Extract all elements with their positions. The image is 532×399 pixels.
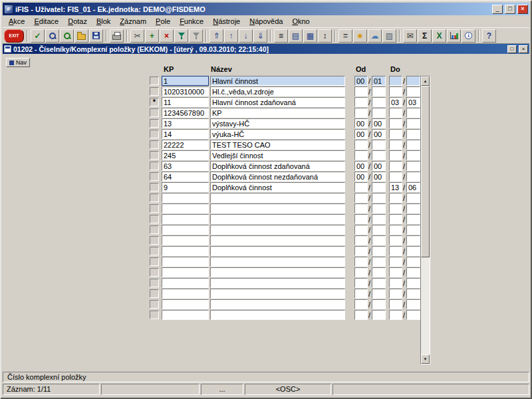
kp-field[interactable] bbox=[162, 76, 209, 86]
do-field-1[interactable] bbox=[389, 182, 402, 192]
do-field-2[interactable] bbox=[406, 214, 420, 224]
do-field-1[interactable] bbox=[389, 246, 402, 256]
do-field-1[interactable] bbox=[389, 278, 402, 288]
exit-button[interactable]: EXIT bbox=[4, 29, 24, 43]
close-button[interactable]: × bbox=[517, 5, 528, 14]
od-field-2[interactable] bbox=[372, 129, 386, 139]
kp-field[interactable] bbox=[162, 193, 209, 203]
do-field-2[interactable] bbox=[406, 108, 420, 118]
od-field-1[interactable] bbox=[354, 86, 368, 96]
sum-button[interactable]: Σ bbox=[418, 29, 432, 43]
od-field-2[interactable] bbox=[372, 193, 386, 203]
od-field-2[interactable] bbox=[372, 310, 386, 320]
do-field-1[interactable] bbox=[389, 193, 402, 203]
do-field-1[interactable] bbox=[389, 76, 402, 86]
od-field-2[interactable] bbox=[372, 182, 386, 192]
do-field-1[interactable] bbox=[389, 257, 402, 267]
kp-field[interactable] bbox=[162, 257, 209, 267]
do-field-2[interactable] bbox=[406, 267, 420, 277]
filter-off-button[interactable] bbox=[189, 29, 203, 43]
od-field-1[interactable] bbox=[354, 129, 368, 139]
previous-record-button[interactable]: ↑ bbox=[224, 29, 238, 43]
insert-record-button[interactable]: + bbox=[145, 29, 159, 43]
od-field-1[interactable] bbox=[354, 108, 368, 118]
nazev-field[interactable] bbox=[210, 140, 345, 150]
sort-button[interactable]: ↕ bbox=[318, 29, 332, 43]
nazev-field[interactable] bbox=[210, 203, 345, 213]
maximize-button[interactable]: □ bbox=[505, 5, 515, 14]
do-field-1[interactable] bbox=[389, 108, 402, 118]
od-field-2[interactable] bbox=[372, 118, 386, 128]
kp-field[interactable] bbox=[162, 203, 209, 213]
kp-field[interactable] bbox=[162, 225, 209, 235]
do-field-1[interactable] bbox=[389, 97, 402, 107]
menu-item-editace[interactable]: Editace bbox=[29, 16, 63, 27]
kp-field[interactable] bbox=[162, 172, 209, 182]
nazev-field[interactable] bbox=[210, 161, 345, 171]
kp-field[interactable] bbox=[162, 299, 209, 309]
od-field-1[interactable] bbox=[354, 278, 368, 288]
od-field-1[interactable] bbox=[354, 203, 368, 213]
od-field-2[interactable] bbox=[372, 150, 386, 160]
nazev-field[interactable] bbox=[210, 108, 345, 118]
enter-query-button[interactable] bbox=[45, 29, 59, 43]
do-field-1[interactable] bbox=[389, 129, 402, 139]
do-field-2[interactable] bbox=[406, 310, 420, 320]
do-field-2[interactable] bbox=[406, 150, 420, 160]
nazev-field[interactable] bbox=[210, 86, 345, 96]
help-button[interactable]: ? bbox=[482, 29, 496, 43]
nazev-field[interactable] bbox=[210, 267, 345, 277]
menu-item-okno[interactable]: Okno bbox=[287, 16, 314, 27]
do-field-1[interactable] bbox=[389, 214, 402, 224]
do-field-1[interactable] bbox=[389, 235, 402, 245]
do-field-2[interactable] bbox=[406, 129, 420, 139]
mail-button[interactable]: ✉ bbox=[403, 29, 417, 43]
scroll-down-button[interactable]: ▼ bbox=[421, 354, 430, 364]
first-record-button[interactable]: ⇑ bbox=[209, 29, 223, 43]
do-field-1[interactable] bbox=[389, 267, 402, 277]
scrollbar-thumb[interactable] bbox=[421, 86, 430, 257]
nazev-field[interactable] bbox=[210, 97, 345, 107]
od-field-2[interactable] bbox=[372, 161, 386, 171]
nav-button[interactable]: Nav bbox=[6, 58, 30, 67]
nazev-field[interactable] bbox=[210, 225, 345, 235]
kp-field[interactable] bbox=[162, 108, 209, 118]
menu-item-akce[interactable]: Akce bbox=[4, 16, 29, 27]
vertical-scrollbar[interactable]: ▲ ▼ bbox=[420, 76, 430, 364]
od-field-2[interactable] bbox=[372, 172, 386, 182]
do-field-2[interactable] bbox=[406, 299, 420, 309]
nazev-field[interactable] bbox=[210, 246, 345, 256]
do-field-2[interactable] bbox=[406, 76, 420, 86]
kp-field[interactable] bbox=[162, 140, 209, 150]
od-field-2[interactable] bbox=[372, 267, 386, 277]
od-field-1[interactable] bbox=[354, 118, 368, 128]
od-field-2[interactable] bbox=[372, 235, 386, 245]
do-field-2[interactable] bbox=[406, 118, 420, 128]
kp-field[interactable] bbox=[162, 289, 209, 299]
open-button[interactable] bbox=[74, 29, 88, 43]
accept-button[interactable]: ✓ bbox=[31, 29, 45, 43]
kp-field[interactable] bbox=[162, 118, 209, 128]
nazev-field[interactable] bbox=[210, 299, 345, 309]
od-field-2[interactable] bbox=[372, 76, 386, 86]
minimize-button[interactable]: _ bbox=[492, 5, 503, 14]
od-field-1[interactable] bbox=[354, 299, 368, 309]
kp-field[interactable] bbox=[162, 97, 209, 107]
od-field-1[interactable] bbox=[354, 161, 368, 171]
last-record-button[interactable]: ⇓ bbox=[253, 29, 267, 43]
filter-button[interactable] bbox=[174, 29, 188, 43]
od-field-2[interactable] bbox=[372, 108, 386, 118]
od-field-2[interactable] bbox=[372, 299, 386, 309]
excel-export-button[interactable]: X bbox=[432, 29, 446, 43]
nazev-field[interactable] bbox=[210, 129, 345, 139]
nazev-field[interactable] bbox=[210, 172, 345, 182]
kp-field[interactable] bbox=[162, 267, 209, 277]
do-field-1[interactable] bbox=[389, 299, 402, 309]
od-field-2[interactable] bbox=[372, 225, 386, 235]
od-field-1[interactable] bbox=[354, 246, 368, 256]
do-field-1[interactable] bbox=[389, 225, 402, 235]
form-restore-button[interactable]: □ bbox=[507, 45, 517, 53]
do-field-2[interactable] bbox=[406, 161, 420, 171]
kp-field[interactable] bbox=[162, 161, 209, 171]
nazev-field[interactable] bbox=[210, 257, 345, 267]
